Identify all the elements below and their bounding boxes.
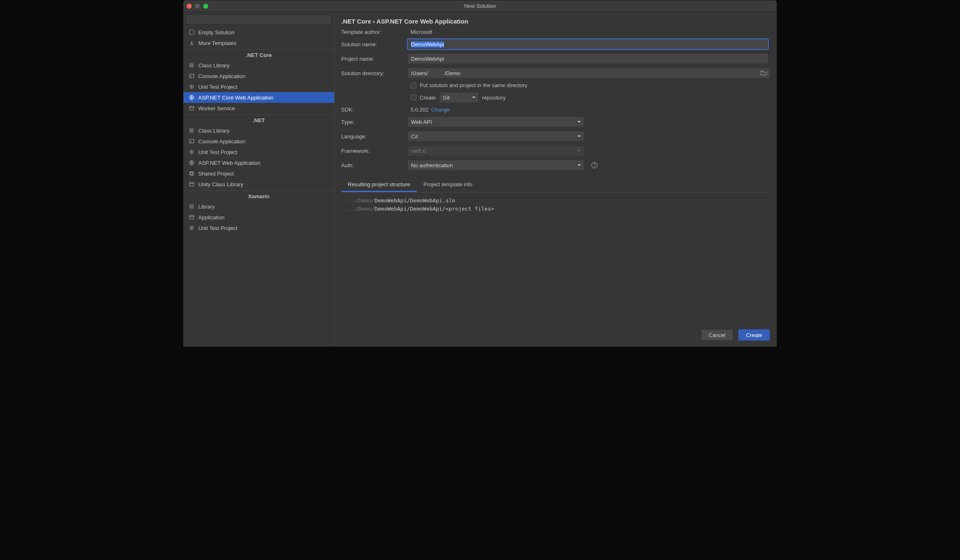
- globe-icon: [188, 159, 195, 166]
- svg-point-22: [594, 166, 594, 167]
- sidebar-item-console-app-net[interactable]: Console Application: [183, 136, 334, 147]
- label-language: Language:: [341, 133, 407, 140]
- svg-rect-14: [190, 172, 193, 175]
- sidebar-item-worker-service[interactable]: Worker Service: [183, 103, 334, 114]
- sidebar-item-console-app[interactable]: Console Application: [183, 71, 334, 81]
- framework-select-value: net5.0: [411, 148, 426, 154]
- divider: [183, 190, 334, 191]
- sidebar-item-label: Console Application: [198, 138, 245, 145]
- window-icon: [188, 181, 195, 187]
- sidebar-item-xamarin-application[interactable]: Application: [183, 212, 334, 223]
- sdk-change-link[interactable]: Change: [431, 107, 450, 113]
- structure-dim: .../Demo/: [345, 206, 374, 212]
- window-icon: [188, 214, 195, 221]
- label-project-name: Project name:: [341, 56, 407, 62]
- sidebar-item-label: Library: [198, 204, 215, 210]
- sidebar-item-unit-test[interactable]: Unit Test Project: [183, 81, 334, 92]
- test-icon: [188, 83, 195, 90]
- folder-open-icon[interactable]: [760, 69, 768, 77]
- sidebar-item-unity-class-library[interactable]: Unity Class Library: [183, 179, 334, 190]
- group-net: .NET: [183, 116, 334, 125]
- sidebar-item-label: More Templates: [198, 40, 236, 46]
- window-title: New Solution: [183, 3, 777, 9]
- new-solution-window: New Solution Empty: [183, 0, 777, 347]
- main-panel: .NET Core › ASP.NET Core Web Application…: [335, 12, 777, 346]
- tab-structure[interactable]: Resulting project structure: [341, 178, 417, 192]
- chevron-down-icon: [577, 134, 581, 138]
- sidebar-item-aspnet-web[interactable]: ASP.NET Web Application: [183, 157, 334, 168]
- sidebar-item-empty-solution[interactable]: Empty Solution: [183, 27, 334, 38]
- sidebar-item-unit-test-net[interactable]: Unit Test Project: [183, 147, 334, 157]
- test-icon: [188, 225, 195, 231]
- sidebar-item-more-templates[interactable]: More Templates: [183, 38, 334, 48]
- language-select[interactable]: C#: [407, 131, 584, 142]
- divider: [183, 114, 334, 115]
- titlebar: New Solution: [183, 0, 777, 12]
- test-icon: [188, 149, 195, 155]
- same-dir-checkbox[interactable]: [411, 83, 416, 88]
- sidebar-item-label: Unit Test Project: [198, 225, 237, 231]
- sidebar-item-label: Unity Class Library: [198, 181, 243, 187]
- sidebar-item-label: Unit Test Project: [198, 84, 237, 90]
- structure-dim: .../Demo/: [345, 197, 374, 204]
- sidebar-item-aspnet-core-web[interactable]: ASP.NET Core Web Application: [183, 92, 334, 103]
- svg-rect-7: [190, 107, 194, 110]
- sidebar-item-label: Unit Test Project: [198, 149, 237, 155]
- breadcrumb: .NET Core › ASP.NET Core Web Application: [341, 18, 770, 25]
- chevron-down-icon: [577, 120, 581, 124]
- create-button[interactable]: Create: [738, 329, 770, 341]
- template-search-input[interactable]: [186, 14, 332, 24]
- sidebar-item-label: Empty Solution: [198, 29, 234, 36]
- solution-name-input[interactable]: [407, 39, 768, 50]
- cancel-button[interactable]: Cancel: [701, 329, 733, 341]
- auth-select[interactable]: No authentication: [407, 160, 584, 171]
- same-dir-label: Put solution and project in the same dir…: [420, 82, 527, 88]
- template-sidebar: Empty Solution More Templates .NET Core …: [183, 12, 335, 346]
- sidebar-item-class-library-net[interactable]: Class Library: [183, 125, 334, 136]
- divider: [183, 49, 334, 50]
- framework-select: net5.0: [407, 145, 584, 156]
- group-net-core: .NET Core: [183, 50, 334, 60]
- footer: Cancel Create: [341, 323, 770, 341]
- value-template-author: Microsoft: [407, 29, 770, 35]
- structure-path: DemoWebApi/DemoWebApi/<project files>: [374, 206, 494, 212]
- sidebar-item-label: Class Library: [198, 128, 230, 134]
- svg-rect-13: [190, 172, 193, 175]
- create-repo-checkbox[interactable]: [411, 95, 416, 100]
- svg-rect-17: [190, 216, 194, 219]
- label-framework: Framework:: [341, 148, 407, 154]
- svg-rect-9: [190, 140, 194, 143]
- sidebar-item-class-library[interactable]: Class Library: [183, 60, 334, 71]
- label-solution-dir: Solution directory:: [341, 70, 407, 76]
- library-icon: [188, 203, 195, 210]
- dialog-body: Empty Solution More Templates .NET Core …: [183, 12, 777, 346]
- sidebar-item-label: Worker Service: [198, 105, 235, 112]
- breadcrumb-root: .NET Core: [341, 18, 371, 25]
- stack-icon: [188, 170, 195, 177]
- tab-template-info[interactable]: Project template info: [417, 178, 479, 192]
- help-icon[interactable]: [591, 161, 598, 169]
- template-list[interactable]: Empty Solution More Templates .NET Core …: [183, 27, 334, 346]
- download-icon: [188, 40, 195, 46]
- console-icon: [188, 138, 195, 145]
- chevron-down-icon: [577, 149, 581, 153]
- sidebar-item-shared-project[interactable]: Shared Project: [183, 168, 334, 179]
- solution-dir-input[interactable]: [407, 68, 770, 78]
- svg-rect-15: [190, 183, 194, 186]
- vcs-select[interactable]: Git: [439, 92, 479, 103]
- structure-line: .../Demo/DemoWebApi/DemoWebApi/<project …: [345, 205, 766, 213]
- sidebar-item-xamarin-unit-test[interactable]: Unit Test Project: [183, 223, 334, 233]
- type-select[interactable]: Web API: [407, 116, 584, 127]
- sidebar-item-label: Shared Project: [198, 171, 234, 177]
- sidebar-item-xamarin-library[interactable]: Library: [183, 201, 334, 212]
- globe-icon: [188, 94, 195, 101]
- breadcrumb-sep: ›: [371, 18, 377, 25]
- label-template-author: Template author:: [341, 29, 407, 35]
- auth-select-value: No authentication: [411, 162, 453, 168]
- svg-point-5: [191, 86, 192, 88]
- structure-path: DemoWebApi/DemoWebApi.sln: [374, 197, 455, 204]
- group-xamarin: Xamarin: [183, 192, 334, 201]
- sidebar-item-label: Application: [198, 214, 225, 221]
- project-name-input[interactable]: [407, 53, 768, 64]
- vcs-select-value: Git: [443, 95, 450, 101]
